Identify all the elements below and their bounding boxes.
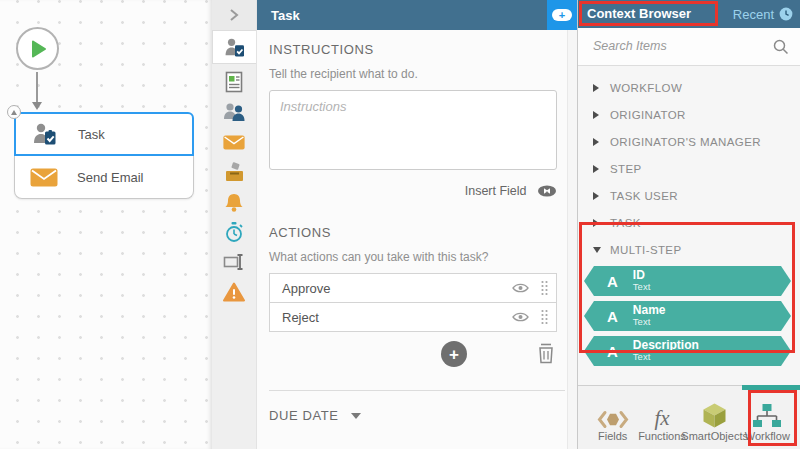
node-label: Send Email	[77, 170, 143, 185]
toolbar-error-tab[interactable]	[212, 277, 256, 307]
node-label: Task	[78, 127, 105, 142]
toolbar-form-tab[interactable]	[212, 67, 256, 97]
active-tab-indicator	[742, 385, 800, 390]
toolbar-voting-tab[interactable]	[212, 157, 256, 187]
workflow-canvas[interactable]: Task Send Email	[0, 0, 212, 449]
plus-pill-icon: +	[552, 9, 572, 21]
email-icon	[223, 135, 245, 150]
field-badge-id[interactable]: A ID Text	[584, 266, 791, 296]
node-task[interactable]: Task	[14, 112, 194, 156]
action-row[interactable]: Reject	[269, 302, 557, 332]
tab-fields[interactable]: Fields	[588, 386, 637, 449]
context-browser: Context Browser Recent WORKFLOW ORIGINAT…	[577, 0, 800, 449]
toolbar-notification-email-tab[interactable]	[212, 127, 256, 157]
toolbar-rename-tab[interactable]	[212, 247, 256, 277]
warning-icon	[223, 282, 245, 302]
task-user-icon	[28, 122, 62, 146]
toolbar-task-tab[interactable]	[212, 30, 256, 64]
task-config-panel: Task + INSTRUCTIONS Tell the recipient w…	[257, 0, 577, 449]
config-panel-header: Task +	[257, 0, 577, 30]
start-node[interactable]	[16, 27, 59, 70]
collapse-badge[interactable]	[7, 105, 21, 119]
tab-workflow[interactable]: Workflow	[743, 386, 792, 449]
action-label: Reject	[282, 310, 512, 325]
config-toolbar	[212, 0, 257, 449]
insert-field-icon[interactable]	[537, 185, 557, 197]
due-date-section-toggle[interactable]: DUE DATE	[269, 408, 557, 423]
toolbar-recipients-tab[interactable]	[212, 97, 256, 127]
drag-handle-icon[interactable]	[541, 280, 548, 296]
recent-button[interactable]: Recent	[733, 0, 774, 28]
toolbar-deadline-tab[interactable]	[212, 217, 256, 247]
instructions-input[interactable]	[269, 90, 557, 170]
connector-line	[36, 72, 38, 103]
delete-action-icon[interactable]	[537, 343, 555, 364]
config-panel-title: Task	[271, 8, 300, 23]
search-bar	[578, 28, 800, 66]
action-row[interactable]: Approve	[269, 273, 557, 303]
search-icon[interactable]	[773, 39, 789, 55]
expander-icon	[593, 138, 599, 146]
add-field-button[interactable]: +	[547, 0, 577, 30]
action-label: Approve	[282, 281, 512, 296]
search-input[interactable]	[578, 28, 758, 64]
add-action-button[interactable]: +	[441, 341, 467, 367]
drag-handle-icon[interactable]	[541, 309, 548, 325]
form-icon	[224, 71, 244, 93]
tab-functions[interactable]: fx Functions	[637, 386, 686, 449]
due-date-heading: DUE DATE	[269, 408, 339, 423]
recipients-icon	[222, 102, 246, 122]
arrowhead-icon	[32, 102, 42, 110]
tree-item-originators-manager[interactable]: ORIGINATOR'S MANAGER	[578, 128, 800, 155]
visibility-eye-icon[interactable]	[512, 311, 529, 323]
actions-list: Approve Reject	[269, 273, 557, 332]
chevron-right-icon	[228, 8, 240, 22]
toolbar-reminder-tab[interactable]	[212, 187, 256, 217]
context-browser-tabs: Fields fx Functions SmartObjects	[578, 385, 800, 449]
email-icon	[27, 168, 61, 187]
tree-item-originator[interactable]: ORIGINATOR	[578, 101, 800, 128]
stopwatch-icon	[224, 221, 244, 243]
collapse-panel-button[interactable]	[212, 0, 256, 30]
instructions-hint: Tell the recipient what to do.	[269, 67, 557, 81]
fields-icon	[596, 397, 630, 429]
ballot-box-icon	[224, 162, 245, 183]
text-type-icon: A	[607, 273, 618, 290]
field-badge-name[interactable]: A Name Text	[584, 301, 791, 331]
clock-icon[interactable]	[779, 7, 793, 21]
field-badge-description[interactable]: A Description Text	[584, 336, 791, 366]
node-send-email[interactable]: Send Email	[14, 156, 194, 199]
divider	[269, 390, 565, 391]
text-type-icon: A	[607, 343, 618, 360]
workflow-hierarchy-icon	[752, 397, 782, 429]
text-type-icon: A	[607, 308, 618, 325]
instructions-heading: INSTRUCTIONS	[269, 42, 557, 57]
visibility-eye-icon[interactable]	[512, 282, 529, 294]
triangle-up-icon	[11, 110, 17, 115]
step-group: Task Send Email	[14, 112, 194, 199]
expander-icon	[593, 247, 601, 253]
context-browser-header: Context Browser Recent	[578, 0, 800, 28]
expander-icon	[593, 111, 599, 119]
context-browser-title: Context Browser	[587, 6, 691, 21]
tree-item-task[interactable]: TASK	[578, 209, 800, 236]
tree-item-task-user[interactable]: TASK USER	[578, 182, 800, 209]
multi-step-fields: A ID Text A Name Text A Descr	[578, 263, 800, 366]
expander-icon	[593, 84, 599, 92]
expander-icon	[593, 219, 599, 227]
bell-icon	[224, 192, 244, 213]
config-scrollbar[interactable]	[567, 30, 577, 449]
tree-item-workflow[interactable]: WORKFLOW	[578, 74, 800, 101]
actions-hint: What actions can you take with this task…	[269, 250, 557, 264]
play-icon	[28, 39, 48, 59]
caret-down-icon	[351, 413, 361, 419]
insert-field-button[interactable]: Insert Field	[465, 184, 527, 198]
workflow-designer: Task Send Email	[0, 0, 800, 449]
annotation-context-browser: Context Browser	[579, 1, 718, 26]
tree-item-multi-step[interactable]: MULTI-STEP	[578, 236, 800, 263]
tab-smartobjects[interactable]: SmartObjects	[687, 386, 743, 449]
task-user-icon	[223, 37, 247, 58]
functions-icon: fx	[654, 408, 669, 429]
actions-heading: ACTIONS	[269, 225, 557, 240]
tree-item-step[interactable]: STEP	[578, 155, 800, 182]
